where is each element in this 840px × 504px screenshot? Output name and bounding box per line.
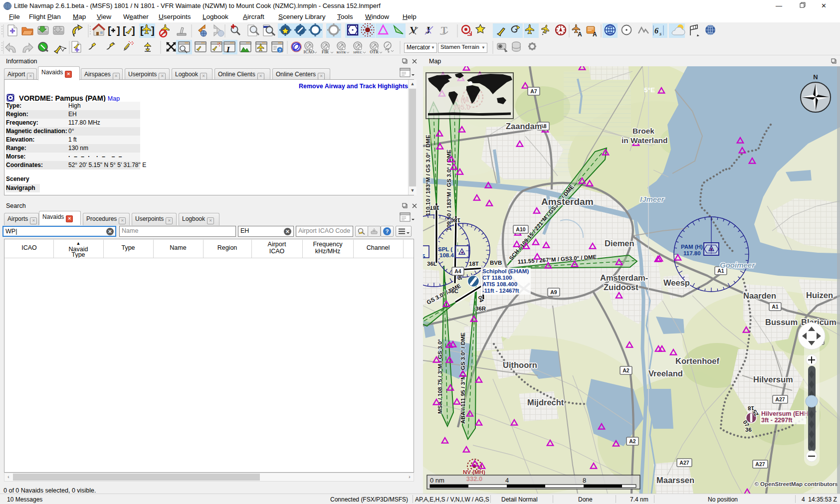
svg-text:A27: A27 bbox=[679, 460, 689, 466]
svg-text:36L: 36L bbox=[427, 261, 437, 267]
svg-text:A4: A4 bbox=[454, 268, 461, 274]
svg-text:Zuidoost: Zuidoost bbox=[604, 283, 638, 292]
svg-text:Broek: Broek bbox=[632, 127, 654, 135]
svg-text:18: 18 bbox=[748, 405, 754, 411]
svg-text:IJmeer: IJmeer bbox=[640, 195, 665, 203]
svg-text:Vreeland: Vreeland bbox=[648, 369, 683, 378]
svg-text:A27: A27 bbox=[775, 396, 785, 402]
svg-text:]: ] bbox=[132, 25, 135, 36]
svg-text:?: ? bbox=[278, 48, 281, 53]
svg-text:0 nm: 0 nm bbox=[430, 477, 444, 484]
svg-text:CT 118.100: CT 118.100 bbox=[482, 275, 512, 281]
svg-text:A: A bbox=[578, 31, 582, 38]
svg-text:Diemen: Diemen bbox=[605, 239, 634, 248]
svg-text:NV (MH): NV (MH) bbox=[463, 469, 485, 475]
svg-text:18T: 18T bbox=[429, 205, 439, 211]
svg-text:A2: A2 bbox=[623, 367, 630, 373]
svg-text:V: V bbox=[410, 25, 417, 35]
svg-text:]: ] bbox=[117, 25, 120, 36]
svg-text:A2: A2 bbox=[629, 438, 636, 444]
svg-text:-11ft - 12467ft: -11ft - 12467ft bbox=[482, 288, 519, 294]
svg-text:8: 8 bbox=[583, 477, 586, 484]
svg-text:A7: A7 bbox=[530, 88, 537, 94]
svg-text:117.80: 117.80 bbox=[683, 250, 701, 256]
svg-text:ICAO: ICAO bbox=[304, 50, 314, 54]
svg-text:ATIS 108.400: ATIS 108.400 bbox=[482, 281, 517, 287]
svg-text:Zaandam: Zaandam bbox=[506, 122, 542, 131]
svg-text:© OpenStreetMap contributors: © OpenStreetMap contributors bbox=[754, 481, 838, 487]
svg-text:3ft - 2297ft: 3ft - 2297ft bbox=[761, 417, 793, 424]
svg-text:RSTR: RSTR bbox=[337, 50, 347, 54]
svg-text:s: s bbox=[659, 30, 661, 36]
svg-text:Huizen: Huizen bbox=[806, 291, 833, 300]
svg-text:[: [ bbox=[108, 25, 111, 36]
svg-text:N: N bbox=[813, 73, 818, 81]
svg-text:A: A bbox=[593, 31, 597, 38]
svg-text:FIR: FIR bbox=[322, 50, 329, 54]
svg-text:Maarssen: Maarssen bbox=[656, 476, 694, 485]
svg-text:?: ? bbox=[386, 228, 389, 234]
svg-text:110.10 / 183°M / GS 3.0° / DME: 110.10 / 183°M / GS 3.0° / DME bbox=[425, 135, 431, 216]
svg-text:A1: A1 bbox=[772, 304, 779, 310]
svg-text:Weesp: Weesp bbox=[663, 278, 690, 287]
svg-text:Schiphol (EHAM): Schiphol (EHAM) bbox=[482, 268, 529, 274]
svg-text:Uithoorn: Uithoorn bbox=[503, 360, 537, 369]
svg-text:Amsterdam: Amsterdam bbox=[541, 196, 594, 207]
svg-text:Bussum: Bussum bbox=[765, 318, 798, 327]
svg-text:5°E: 5°E bbox=[644, 86, 655, 94]
svg-text:in Waterland: in Waterland bbox=[622, 136, 667, 145]
svg-text:SPEC: SPEC bbox=[353, 50, 362, 54]
svg-text:36R: 36R bbox=[475, 306, 486, 312]
svg-text:[: [ bbox=[123, 25, 126, 36]
svg-text:18T: 18T bbox=[469, 261, 479, 267]
svg-text:BVB: BVB bbox=[490, 260, 502, 266]
svg-text:A10: A10 bbox=[516, 226, 525, 232]
svg-text:332.0: 332.0 bbox=[466, 475, 483, 483]
svg-text:]: ] bbox=[151, 25, 155, 36]
svg-text:108.4: 108.4 bbox=[439, 252, 454, 258]
svg-text:Hilversum: Hilversum bbox=[753, 375, 793, 384]
svg-text:4: 4 bbox=[505, 477, 509, 484]
svg-text:Kortenhoef: Kortenhoef bbox=[675, 356, 720, 365]
svg-text:6: 6 bbox=[654, 26, 658, 35]
svg-text:PAM (H): PAM (H) bbox=[681, 244, 703, 250]
svg-text:18C: 18C bbox=[450, 217, 460, 223]
svg-text:Mijdrecht: Mijdrecht bbox=[527, 398, 564, 407]
svg-text:Amsterdam-: Amsterdam- bbox=[600, 273, 648, 282]
svg-text:Gooimeer: Gooimeer bbox=[720, 261, 755, 269]
svg-text:SPL (: SPL ( bbox=[438, 246, 452, 252]
svg-text:36: 36 bbox=[745, 427, 752, 433]
svg-text:A9: A9 bbox=[550, 289, 557, 295]
svg-text:36C: 36C bbox=[448, 288, 458, 294]
svg-text:ABA / 111.95 / 3°M / GS 3.0° /: ABA / 111.95 / 3°M / GS 3.0° / DME bbox=[460, 332, 466, 424]
svg-text:5: 5 bbox=[423, 253, 425, 259]
svg-text:OTR: OTR bbox=[370, 50, 379, 54]
svg-text:A27: A27 bbox=[755, 461, 765, 467]
svg-text:Naarden: Naarden bbox=[743, 291, 776, 300]
